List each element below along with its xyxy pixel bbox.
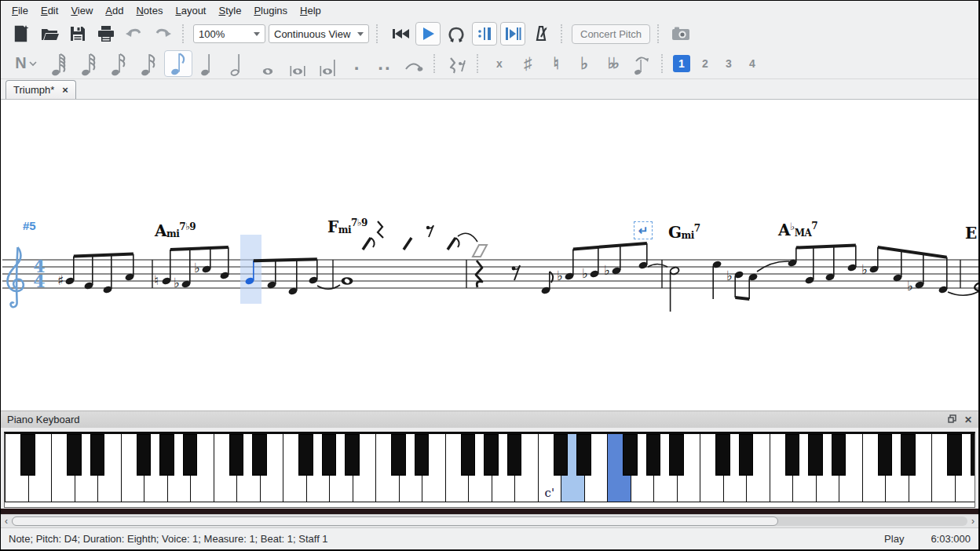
piano-key-black-F-sharp5[interactable] (785, 434, 799, 476)
piano-key-black-F-sharp2[interactable] (298, 434, 313, 476)
duration-half-button[interactable] (224, 50, 252, 77)
chord-symbol-e[interactable]: E (965, 224, 977, 243)
piano-key-black-A-sharp5[interactable] (832, 434, 846, 476)
piano-key-black-F-sharp6[interactable] (947, 434, 961, 476)
print-button[interactable] (93, 22, 119, 46)
duration-32nd-button[interactable] (75, 50, 103, 77)
piano-key-black-A-sharp4[interactable] (669, 434, 683, 476)
piano-key-black-F-sharp1[interactable] (137, 434, 151, 476)
piano-key-black-C-sharp1[interactable] (67, 434, 81, 476)
new-score-button[interactable] (9, 22, 34, 46)
double-flat-button[interactable]: ♭♭ (599, 52, 626, 75)
score-view[interactable]: 4 4 ♯ ♮ (1, 100, 978, 411)
play-repeats-button[interactable] (472, 22, 497, 46)
piano-keys[interactable]: c' (4, 432, 975, 508)
redo-button[interactable] (150, 22, 175, 46)
piano-key-black-D-sharp1[interactable] (90, 434, 104, 476)
menu-edit[interactable]: Edit (35, 3, 64, 18)
piano-key-black-G-sharp2[interactable] (322, 434, 336, 476)
chord-symbol-fmi7b9[interactable]: Fmi7♭9 (327, 217, 368, 236)
flip-direction-button[interactable] (627, 50, 656, 77)
menu-view[interactable]: View (64, 3, 99, 18)
piano-key-black-C-sharp5[interactable] (715, 434, 730, 476)
voice-4-button[interactable]: 4 (744, 55, 761, 72)
duration-breve-button[interactable] (283, 50, 312, 77)
horizontal-scrollbar[interactable]: ‹ › (1, 514, 978, 527)
chord-symbol-ami7b9[interactable]: Ami7♭9 (155, 221, 196, 240)
duration-whole-button[interactable] (254, 50, 282, 77)
image-capture-button[interactable] (668, 22, 693, 46)
piano-key-black-D-sharp5[interactable] (739, 434, 753, 476)
chord-symbol-gmi7[interactable]: Gmi7 (668, 223, 700, 242)
tab-triumph[interactable]: Triumph* × (5, 80, 76, 99)
duration-16th-button[interactable] (104, 50, 133, 77)
scroll-right-arrow-icon[interactable]: › (967, 516, 978, 527)
duration-eighth-prev-button[interactable] (134, 50, 163, 77)
note-input-mode-button[interactable]: N (9, 52, 43, 75)
time-signature[interactable]: 4 4 (33, 256, 45, 291)
chord-symbol-abma7[interactable]: A♭MA7 (778, 221, 817, 239)
rest-button[interactable] (443, 50, 471, 77)
menu-help[interactable]: Help (294, 3, 327, 18)
piano-key-black-A-sharp1[interactable] (183, 434, 197, 476)
zoom-select[interactable]: 100% (193, 24, 265, 43)
menu-file[interactable]: File (5, 3, 35, 18)
piano-key-black-F-sharp4[interactable] (623, 434, 637, 476)
scrollbar-thumb[interactable] (12, 516, 778, 526)
save-button[interactable] (65, 22, 90, 46)
open-file-button[interactable] (37, 22, 62, 46)
piano-key-black-C-sharp2[interactable] (229, 434, 243, 476)
duration-64th-button[interactable] (45, 50, 73, 77)
undo-button[interactable] (122, 22, 147, 46)
piano-key-black-G-sharp6[interactable] (971, 434, 975, 476)
flat-button[interactable]: ♭ (571, 52, 598, 75)
scrollbar-track[interactable] (12, 516, 967, 526)
concert-pitch-button[interactable]: Concert Pitch (572, 24, 650, 44)
scroll-left-arrow-icon[interactable]: ‹ (1, 516, 12, 527)
piano-key-black-F-sharp3[interactable] (461, 434, 475, 476)
menu-style[interactable]: Style (212, 3, 247, 18)
loop-playback-button[interactable] (444, 22, 469, 46)
piano-key-black-D-sharp3[interactable] (415, 434, 429, 476)
duration-eighth-button[interactable] (164, 50, 192, 77)
piano-key-black-A-sharp3[interactable] (507, 434, 521, 476)
menu-notes[interactable]: Notes (130, 3, 169, 18)
duration-quarter-button[interactable] (194, 50, 222, 77)
piano-panel-titlebar[interactable]: Piano Keyboard ✕ (1, 411, 978, 428)
pan-score-button[interactable] (500, 22, 525, 46)
piano-key-black-G-sharp5[interactable] (808, 434, 822, 476)
piano-key-black-C-sharp4[interactable] (554, 434, 568, 476)
tab-close-icon[interactable]: × (62, 84, 68, 96)
menu-add[interactable]: Add (99, 3, 130, 18)
menu-plugins[interactable]: Plugins (247, 3, 294, 18)
view-mode-select[interactable]: Continuous View (269, 24, 369, 43)
tie-button[interactable] (400, 50, 428, 77)
piano-key-black-D-sharp6[interactable] (901, 434, 915, 476)
double-sharp-button[interactable]: x (486, 52, 513, 75)
metronome-button[interactable] (528, 22, 554, 46)
voice-1-button[interactable]: 1 (673, 55, 690, 72)
duration-longa-button[interactable] (313, 50, 342, 77)
augmentation-dot-button[interactable]: . (343, 52, 370, 75)
piano-key-black-A-sharp2[interactable] (345, 434, 359, 476)
rewind-button[interactable] (387, 22, 412, 46)
piano-key-black-C-sharp6[interactable] (878, 434, 892, 476)
piano-key-black-G-sharp3[interactable] (484, 434, 498, 476)
menu-layout[interactable]: Layout (169, 3, 212, 18)
piano-key-black-G-sharp4[interactable] (646, 434, 660, 476)
double-dot-button[interactable]: .. (371, 52, 398, 75)
play-button[interactable] (415, 22, 441, 46)
sharp-button[interactable]: ♯ (514, 52, 541, 75)
piano-key-black-D-sharp2[interactable] (252, 434, 266, 476)
piano-key-black-C-sharp3[interactable] (391, 434, 405, 476)
voice-2-button[interactable]: 2 (697, 55, 714, 72)
natural-button[interactable]: ♮ (543, 52, 569, 75)
piano-key-black-D-sharp4[interactable] (576, 434, 591, 476)
system-break-marker[interactable]: ↵ (634, 221, 653, 239)
treble-clef[interactable] (8, 247, 24, 307)
piano-key-black-A-sharp0[interactable] (20, 434, 35, 476)
float-panel-icon[interactable] (948, 414, 956, 425)
close-panel-icon[interactable]: ✕ (964, 414, 972, 425)
voice-3-button[interactable]: 3 (720, 55, 737, 72)
piano-key-black-G-sharp1[interactable] (159, 434, 174, 476)
